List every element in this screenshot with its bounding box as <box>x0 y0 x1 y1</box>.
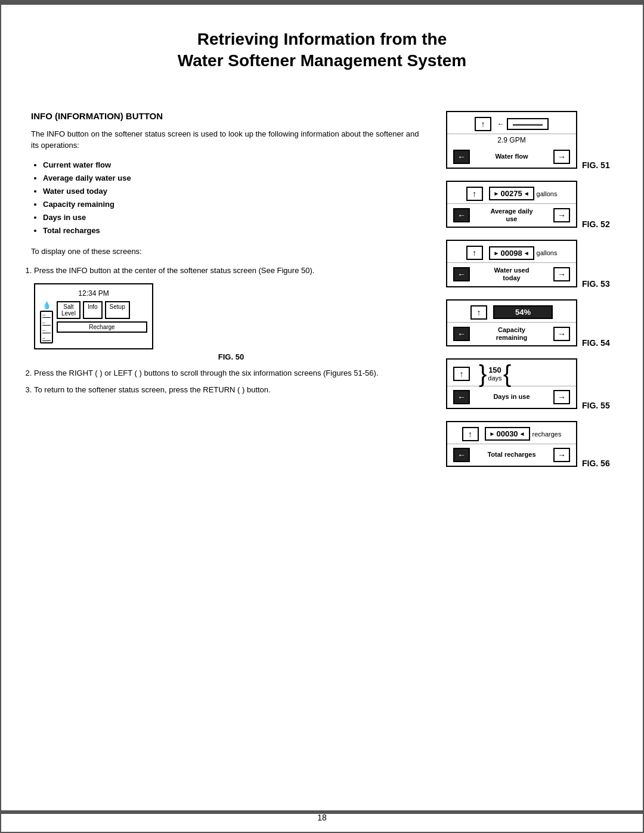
info-label: Info <box>88 304 98 310</box>
fig50-label: FIG. 50 <box>34 352 428 361</box>
page-number: 18 <box>1 808 643 827</box>
fig55-unit: days <box>488 374 501 382</box>
fig56-right-tri: ► <box>490 431 496 437</box>
fig51-bottom-label: Water flow <box>495 153 528 160</box>
fig51-gpm-value: 2.9 GPM <box>447 134 576 146</box>
salt-level-label: SaltLevel <box>61 304 76 317</box>
fig51-bottom-row: ← Water flow → <box>447 146 576 168</box>
tank-shape: ─ ─ ─ ─ <box>40 311 53 343</box>
list-item: Water used today <box>43 185 428 198</box>
fig51-left-button[interactable]: ← <box>453 150 470 164</box>
fig54-bottom-row: ← Capacityremaining → <box>447 323 576 345</box>
fig53-bottom-row: ← Water usedtoday → <box>447 263 576 286</box>
list-item: Average daily water use <box>43 172 428 185</box>
setup-button[interactable]: Setup <box>105 301 130 319</box>
fig54-top-row: ↑ 54% <box>447 301 576 323</box>
fig53-value: 00098 <box>500 249 522 258</box>
fig55-right-brace-icon: } <box>503 364 511 383</box>
fig53-up-button[interactable]: ↑ <box>466 246 483 260</box>
fig55-bottom-label: Days in use <box>493 393 530 401</box>
fig52-value-row: ► 00275 ◄ gallons <box>489 187 558 200</box>
fig52-right-button[interactable]: → <box>553 208 570 222</box>
fig51-row: ↑ ← ▬▬▬▬▬ 2.9 GPM ← Water flow → <box>446 111 610 170</box>
fig56-diagram: ↑ ► 00030 ◄ recharges ← Total rechar <box>446 421 577 467</box>
fig52-top-row: ↑ ► 00275 ◄ gallons <box>447 182 576 204</box>
fig55-right-button[interactable]: → <box>553 390 570 404</box>
fig54-up-button[interactable]: ↑ <box>470 305 487 320</box>
fig52-label: FIG. 52 <box>582 219 610 229</box>
fig50-btn-row-1: SaltLevel Info Setup <box>57 301 147 319</box>
fig54-diagram: ↑ 54% ← Capacityremaining → <box>446 299 577 346</box>
fig56-left-button[interactable]: ← <box>453 448 470 462</box>
fig54-bottom-label: Capacityremaining <box>496 326 528 342</box>
fig53-top-row: ↑ ► 00098 ◄ gallons <box>447 241 576 263</box>
fig51-label: FIG. 51 <box>582 160 610 170</box>
fig53-right-tri: ► <box>494 250 500 256</box>
title-line1: Retrieving Information from the <box>197 30 447 48</box>
fig55-value-container: 150 days <box>488 366 501 382</box>
fig53-label: FIG. 53 <box>582 279 610 289</box>
recharge-label: Recharge <box>89 324 114 330</box>
page-title: Retrieving Information from the Water So… <box>31 17 613 78</box>
fig51-left-arrow: ← <box>497 120 504 128</box>
fig56-right-button[interactable]: → <box>553 448 570 462</box>
fig53-unit: gallons <box>537 249 558 256</box>
fig53-left-button[interactable]: ← <box>453 267 470 281</box>
list-item: Total recharges <box>43 224 428 237</box>
fig56-value-box: ► 00030 ◄ <box>485 427 530 441</box>
water-drop-icon: 💧 <box>42 301 51 309</box>
fig51-diagram: ↑ ← ▬▬▬▬▬ 2.9 GPM ← Water flow → <box>446 111 577 169</box>
fig55-label: FIG. 55 <box>582 401 610 410</box>
fig52-left-tri: ◄ <box>524 190 530 197</box>
fig54-right-button[interactable]: → <box>553 327 570 341</box>
fig55-days-display: } 150 days } <box>479 364 511 383</box>
setup-label: Setup <box>110 304 125 310</box>
info-button[interactable]: Info <box>83 301 103 319</box>
title-line2: Water Softener Management System <box>178 51 466 70</box>
step-1: Press the INFO button at the center of t… <box>34 265 428 277</box>
list-item: Current water flow <box>43 159 428 172</box>
page: Retrieving Information from the Water So… <box>0 0 644 833</box>
fig52-bottom-row: ← Average dailyuse → <box>447 204 576 227</box>
fig51-bar-display: ▬▬▬▬▬ <box>513 120 543 127</box>
fig56-row: ↑ ► 00030 ◄ recharges ← Total rechar <box>446 421 610 468</box>
fig55-top-row: ↑ } 150 days } <box>447 360 576 386</box>
recharge-button[interactable]: Recharge <box>57 321 147 333</box>
fig53-value-row: ► 00098 ◄ gallons <box>489 246 558 260</box>
list-item: Capacity remaining <box>43 198 428 211</box>
fig51-up-button[interactable]: ↑ <box>475 117 491 131</box>
fig53-right-button[interactable]: → <box>553 267 570 281</box>
fig52-up-button[interactable]: ↑ <box>466 187 483 201</box>
fig55-up-button[interactable]: ↑ <box>453 367 470 381</box>
fig52-value: 00275 <box>500 189 522 198</box>
fig56-unit: recharges <box>532 431 562 438</box>
fig53-bottom-label: Water usedtoday <box>494 267 530 282</box>
fig54-row: ↑ 54% ← Capacityremaining → FIG. 54 <box>446 299 610 348</box>
fig55-diagram: ↑ } 150 days } ← Days in use <box>446 358 577 409</box>
main-content: INFO (INFORMATION) BUTTON The INFO butto… <box>1 93 643 509</box>
right-column: ↑ ← ▬▬▬▬▬ 2.9 GPM ← Water flow → <box>446 111 613 473</box>
fig55-row: ↑ } 150 days } ← Days in use <box>446 358 610 410</box>
step-intro-text: To display one of these screens: <box>31 246 428 258</box>
fig53-value-box: ► 00098 ◄ <box>489 246 534 260</box>
fig54-left-button[interactable]: ← <box>453 327 470 341</box>
fig51-arrow-display: ← ▬▬▬▬▬ <box>497 118 549 130</box>
fig56-up-button[interactable]: ↑ <box>462 427 479 441</box>
fig52-value-box: ► 00275 ◄ <box>489 187 534 200</box>
fig52-diagram: ↑ ► 00275 ◄ gallons ← Average dailyu <box>446 181 577 228</box>
fig56-value-row: ► 00030 ◄ recharges <box>485 427 562 441</box>
steps-list: Press the INFO button at the center of t… <box>34 265 428 397</box>
fig53-row: ↑ ► 00098 ◄ gallons ← Water usedtoda <box>446 240 610 288</box>
fig52-row: ↑ ► 00275 ◄ gallons ← Average dailyu <box>446 181 610 229</box>
fig55-left-button[interactable]: ← <box>453 390 470 404</box>
fig52-left-button[interactable]: ← <box>453 208 470 222</box>
fig50-tank: 💧 ─ ─ ─ ─ <box>40 301 53 343</box>
fig52-right-tri: ► <box>494 190 500 197</box>
fig50-buttons: SaltLevel Info Setup <box>57 301 147 343</box>
fig51-right-button[interactable]: → <box>553 150 570 164</box>
salt-level-button[interactable]: SaltLevel <box>57 301 80 319</box>
list-item: Days in use <box>43 211 428 224</box>
info-items-list: Current water flow Average daily water u… <box>43 159 428 238</box>
fig55-bottom-row: ← Days in use → <box>447 386 576 408</box>
fig51-top-row: ↑ ← ▬▬▬▬▬ <box>447 112 576 134</box>
